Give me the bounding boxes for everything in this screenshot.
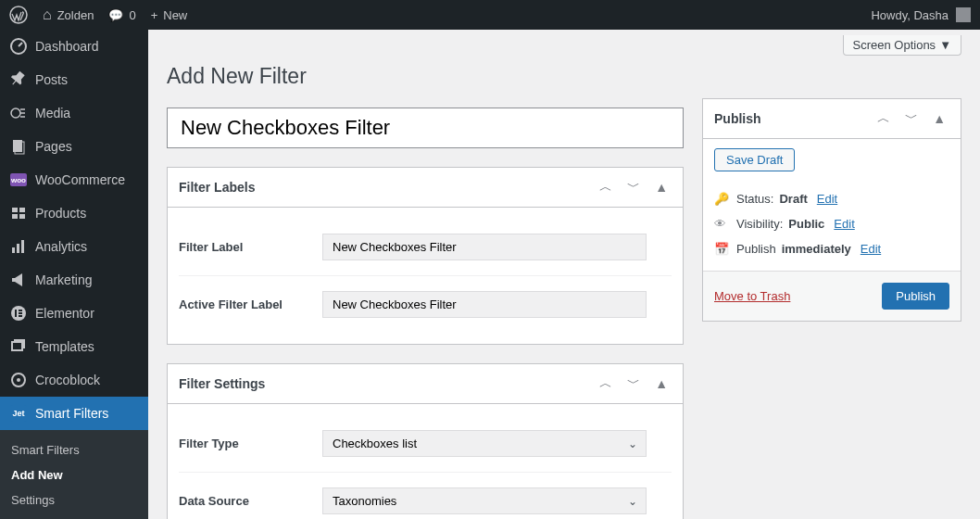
sidebar-item-smart-filters[interactable]: Jet Smart Filters — [0, 397, 148, 430]
toggle-button[interactable]: ▲ — [651, 374, 672, 393]
visibility-value: Public — [788, 217, 824, 231]
post-title-input[interactable] — [167, 108, 684, 148]
svg-rect-11 — [21, 240, 24, 253]
move-down-button[interactable]: ﹀ — [623, 373, 644, 394]
dashboard-icon — [9, 37, 28, 56]
svg-rect-6 — [19, 208, 25, 212]
sidebar-item-label: Analytics — [35, 239, 87, 254]
key-icon: 🔑 — [714, 192, 731, 206]
sidebar-item-posts[interactable]: Posts — [0, 63, 148, 96]
edit-publish-link[interactable]: Edit — [861, 242, 881, 256]
save-draft-button[interactable]: Save Draft — [714, 148, 795, 171]
sidebar-item-crocoblock[interactable]: Crocoblock — [0, 363, 148, 397]
move-down-button[interactable]: ﹀ — [623, 177, 644, 197]
wp-logo[interactable] — [9, 6, 28, 24]
submenu: Smart Filters Add New Settings — [0, 430, 148, 519]
page-title: Add New Filter — [167, 56, 684, 108]
filter-label-input[interactable] — [322, 234, 647, 260]
box-title: Filter Labels — [179, 180, 255, 195]
sidebar-item-label: Smart Filters — [35, 406, 108, 421]
edit-status-link[interactable]: Edit — [817, 192, 837, 206]
move-up-button[interactable]: ︿ — [873, 108, 894, 129]
sidebar-item-label: Pages — [35, 139, 72, 154]
sidebar-item-media[interactable]: Media — [0, 96, 148, 130]
analytics-icon — [9, 237, 28, 256]
sidebar-item-label: Crocoblock — [35, 373, 100, 387]
admin-bar: ⌂ Zolden 💬 0 + New Howdy, Dasha — [0, 0, 980, 30]
box-title: Publish — [714, 111, 761, 126]
svg-rect-8 — [19, 214, 25, 219]
sidebar-item-pages[interactable]: Pages — [0, 130, 148, 163]
submenu-item-settings[interactable]: Settings — [0, 487, 148, 513]
home-icon: ⌂ — [43, 6, 52, 23]
comments-count: 0 — [129, 8, 135, 22]
move-to-trash-link[interactable]: Move to Trash — [714, 289, 790, 303]
sidebar-item-woocommerce[interactable]: woo WooCommerce — [0, 163, 148, 196]
sidebar-item-label: Dashboard — [35, 39, 99, 54]
svg-point-2 — [11, 108, 20, 118]
svg-rect-7 — [12, 214, 18, 219]
woocommerce-icon: woo — [9, 171, 28, 189]
marketing-icon — [9, 271, 28, 289]
publish-value: immediately — [782, 242, 851, 256]
submenu-item-smart-filters[interactable]: Smart Filters — [0, 437, 148, 462]
filter-settings-box: Filter Settings ︿ ﹀ ▲ Filter Type — [167, 363, 684, 519]
svg-point-18 — [17, 378, 20, 382]
sidebar-item-marketing[interactable]: Marketing — [0, 263, 148, 297]
toggle-button[interactable]: ▲ — [651, 178, 672, 196]
sidebar-item-label: Products — [35, 206, 86, 221]
sidebar-item-templates[interactable]: Templates — [0, 330, 148, 363]
sidebar-item-label: Templates — [35, 339, 94, 354]
edit-visibility-link[interactable]: Edit — [834, 217, 854, 231]
publish-box: Publish ︿ ﹀ ▲ Save Draft � — [702, 98, 961, 322]
svg-rect-13 — [15, 310, 17, 317]
products-icon — [9, 204, 28, 222]
active-filter-label-input[interactable] — [322, 291, 647, 318]
sidebar-item-analytics[interactable]: Analytics — [0, 230, 148, 263]
sidebar-item-label: Marketing — [35, 272, 92, 287]
visibility-label: Visibility: — [736, 217, 783, 231]
move-down-button[interactable]: ﹀ — [901, 108, 922, 129]
media-icon — [9, 104, 28, 122]
sidebar-item-products[interactable]: Products — [0, 196, 148, 230]
svg-rect-15 — [19, 312, 22, 314]
publish-button[interactable]: Publish — [882, 283, 949, 310]
svg-rect-14 — [19, 310, 22, 311]
sidebar-item-label: Media — [35, 106, 70, 120]
admin-sidebar: Dashboard Posts Media Pages woo WooComme… — [0, 30, 148, 519]
site-name: Zolden — [57, 8, 94, 22]
svg-rect-10 — [17, 244, 19, 253]
comment-icon: 💬 — [108, 8, 123, 22]
submenu-item-add-new[interactable]: Add New — [0, 462, 148, 487]
sidebar-item-elementor[interactable]: Elementor — [0, 297, 148, 330]
svg-rect-16 — [19, 315, 22, 317]
comments-link[interactable]: 💬 0 — [108, 8, 135, 22]
sidebar-item-label: Elementor — [35, 306, 94, 321]
publish-label: Publish — [736, 242, 776, 256]
sidebar-item-dashboard[interactable]: Dashboard — [0, 30, 148, 63]
chevron-down-icon: ▼ — [939, 38, 951, 52]
field-label: Active Filter Label — [179, 297, 322, 311]
sidebar-item-label: WooCommerce — [35, 172, 125, 187]
sidebar-item-label: Posts — [35, 72, 68, 87]
crocoblock-icon — [9, 371, 28, 389]
new-content-link[interactable]: + New — [151, 8, 188, 22]
account-link[interactable]: Howdy, Dasha — [871, 7, 971, 22]
status-value: Draft — [779, 192, 807, 206]
filter-type-select[interactable] — [322, 430, 647, 457]
move-up-button[interactable]: ︿ — [596, 373, 616, 394]
new-label: New — [163, 8, 187, 22]
toggle-button[interactable]: ▲ — [929, 109, 949, 128]
data-source-select[interactable] — [322, 487, 647, 514]
site-name-link[interactable]: ⌂ Zolden — [43, 6, 94, 23]
field-label: Filter Type — [179, 437, 322, 450]
screen-options-label: Screen Options — [853, 38, 936, 52]
calendar-icon: 📅 — [714, 242, 731, 256]
screen-options-button[interactable]: Screen Options ▼ — [843, 35, 961, 56]
field-label: Filter Label — [179, 240, 322, 254]
move-up-button[interactable]: ︿ — [596, 177, 616, 197]
plus-icon: + — [151, 8, 158, 22]
box-title: Filter Settings — [179, 376, 265, 391]
smart-filters-icon: Jet — [9, 404, 28, 423]
pin-icon — [9, 70, 28, 89]
